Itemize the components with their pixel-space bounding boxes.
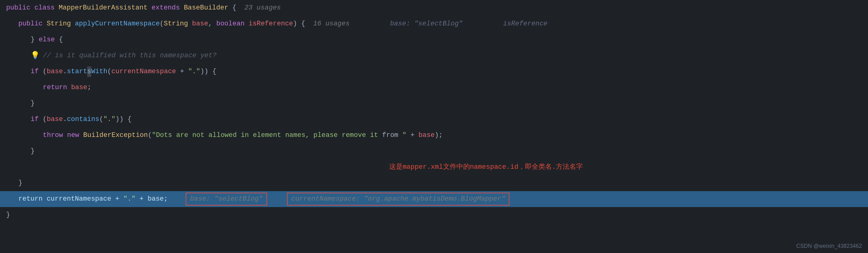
concat-op4: + bbox=[135, 194, 148, 204]
method-usages: 16 usages bbox=[313, 19, 350, 29]
keyword-else: else bbox=[38, 35, 55, 45]
keyword-return2: return bbox=[18, 194, 42, 204]
startswith-method: start bbox=[67, 66, 87, 77]
close-method-line: } bbox=[0, 207, 868, 223]
keyword-class: class bbox=[34, 3, 55, 13]
paren-ex-open: ( bbox=[148, 130, 152, 141]
keyword-if1: if bbox=[31, 66, 38, 77]
exception-msg2: " bbox=[398, 130, 406, 141]
comment-line: 💡 // is it qualified with this namespace… bbox=[0, 48, 868, 64]
base-var3: base bbox=[418, 130, 435, 141]
annotation-row: 这是mapper.xml文件中的namespace.id，即全类名.方法名字 bbox=[0, 159, 868, 175]
method-name: applyCurrentNamespace bbox=[75, 19, 160, 29]
space2 bbox=[55, 3, 58, 13]
paren-close: ) { bbox=[293, 19, 313, 29]
base-var1: base bbox=[47, 66, 63, 77]
concat-op2: + bbox=[406, 130, 418, 141]
keyword-if2: if bbox=[31, 114, 38, 125]
keyword-throw: throw bbox=[43, 130, 63, 141]
space5 bbox=[42, 19, 46, 29]
hint-base: base: "selectBlog" bbox=[390, 19, 463, 29]
class-declaration-line: public class MapperBuilderAssistant exte… bbox=[0, 0, 868, 16]
namespace-hint-box: currentNamespace: "org.apache.mybatisDem… bbox=[287, 193, 510, 205]
space1 bbox=[30, 3, 34, 13]
base-hint-box: base: "selectBlog" bbox=[186, 193, 267, 205]
space-return1 bbox=[67, 82, 71, 93]
exception-msg: "Dots are not allowed in element names, … bbox=[152, 130, 382, 141]
from-keyword: from bbox=[382, 130, 398, 141]
open-brace-else: { bbox=[55, 35, 63, 45]
close-brace-2-line: } bbox=[0, 143, 868, 159]
concat-op3: + bbox=[112, 194, 124, 204]
lightbulb-icon: 💡 bbox=[31, 50, 40, 61]
comma: , bbox=[208, 19, 216, 29]
dot-str: "." bbox=[188, 66, 200, 77]
semicolon1: ; bbox=[87, 82, 91, 93]
startswith-method2: With bbox=[91, 66, 107, 77]
dot-str3: "." bbox=[123, 194, 135, 204]
brace-open: { bbox=[228, 3, 244, 13]
close-brace-1: } bbox=[31, 98, 35, 109]
keyword-public-method: public bbox=[18, 19, 42, 29]
contains-method: contains bbox=[67, 114, 99, 125]
param2-type: boolean bbox=[216, 19, 244, 29]
spacer-box bbox=[168, 194, 184, 204]
if-contains-line: if ( base . contains ( "." )) { bbox=[0, 112, 868, 128]
annotation-text: 这是mapper.xml文件中的namespace.id，即全类名.方法名字 bbox=[389, 162, 583, 172]
param2-name: isReference bbox=[249, 19, 293, 29]
selected-s: s bbox=[87, 66, 91, 77]
method-declaration-line: public String applyCurrentNamespace ( St… bbox=[0, 16, 868, 32]
paren-sw-close: )) { bbox=[200, 66, 217, 77]
space-if2: ( bbox=[38, 114, 46, 125]
param1-name: base bbox=[192, 19, 208, 29]
base-var2: base bbox=[47, 114, 63, 125]
code-editor: public class MapperBuilderAssistant exte… bbox=[0, 0, 868, 253]
currentns-return-var: currentNamespace bbox=[46, 194, 111, 204]
paren-c-close: )) { bbox=[115, 114, 131, 125]
space-if1: ( bbox=[38, 66, 46, 77]
close-brace-2: } bbox=[31, 146, 35, 157]
dot1: . bbox=[63, 66, 67, 77]
keyword-extends: extends bbox=[151, 3, 180, 13]
close-brace: } bbox=[31, 35, 38, 45]
return-base-line: return base ; bbox=[0, 80, 868, 95]
hint-isreference: isReference bbox=[503, 19, 547, 29]
currentns-var: currentNamespace bbox=[112, 66, 176, 77]
watermark: CSDN @weixin_43823462 bbox=[797, 242, 862, 251]
space8 bbox=[244, 19, 248, 29]
space-new bbox=[79, 130, 83, 141]
paren-open: ( bbox=[160, 19, 164, 29]
if-startswith-line: if ( base . startsWith ( currentNamespac… bbox=[0, 64, 868, 80]
dot-str2: "." bbox=[103, 114, 116, 125]
close-else-line: } bbox=[0, 175, 868, 191]
dot2: . bbox=[63, 114, 67, 125]
spacer-mid2 bbox=[463, 19, 503, 29]
paren-ex-close: ); bbox=[435, 130, 443, 141]
space-throw bbox=[63, 130, 67, 141]
close-else-brace: } bbox=[18, 178, 22, 188]
close-method-brace: } bbox=[6, 210, 10, 220]
keyword-return1: return bbox=[43, 82, 67, 93]
space-return2 bbox=[42, 194, 46, 204]
space7 bbox=[188, 19, 192, 29]
paren-c-open: ( bbox=[99, 114, 103, 125]
close-brace-1-line: } bbox=[0, 95, 868, 112]
space3 bbox=[148, 3, 151, 13]
space4 bbox=[180, 3, 184, 13]
concat-op: + bbox=[176, 66, 188, 77]
comment-text: // is it qualified with this namespace y… bbox=[43, 51, 217, 61]
spacer-box2 bbox=[269, 194, 285, 204]
base-return-var: base bbox=[71, 82, 87, 93]
class-usages: 23 usages bbox=[244, 3, 281, 13]
space6 bbox=[71, 19, 75, 29]
spacer-mid bbox=[350, 19, 390, 29]
keyword-public: public bbox=[6, 3, 30, 13]
param1-type: String bbox=[164, 19, 188, 29]
return-namespace-line: return currentNamespace + "." + base ; b… bbox=[0, 191, 868, 207]
exception-class: BuilderException bbox=[83, 130, 148, 141]
semicolon2: ; bbox=[164, 194, 168, 204]
class-name: MapperBuilderAssistant bbox=[59, 3, 148, 13]
paren-sw-open: ( bbox=[107, 66, 112, 77]
base-class-name: BaseBuilder bbox=[184, 3, 228, 13]
base-return-var2: base bbox=[148, 194, 164, 204]
